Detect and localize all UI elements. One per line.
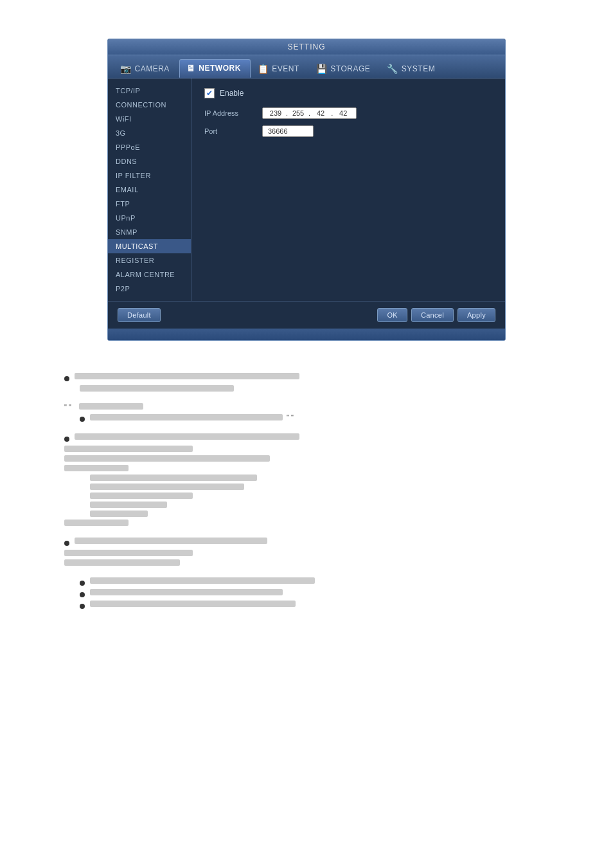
- sidebar-item-pppoe[interactable]: PPPoE: [108, 140, 191, 154]
- port-label: Port: [204, 127, 256, 135]
- desc-line-3c: [64, 559, 549, 566]
- apply-button[interactable]: Apply: [458, 308, 495, 322]
- bullet-4c: [80, 604, 85, 609]
- desc-sub-group: [90, 475, 549, 517]
- page-container: SETTING 📷 CAMERA 🖥 NETWORK 📋 EVENT 💾 STO…: [0, 0, 613, 646]
- sidebar-item-upnp[interactable]: UPnP: [108, 211, 191, 225]
- text-bar-2d: [64, 465, 129, 471]
- tab-camera-label: CAMERA: [135, 64, 170, 73]
- sidebar-item-ftp[interactable]: FTP: [108, 197, 191, 211]
- text-bar-4c: [90, 601, 296, 607]
- bullet-4a: [80, 581, 85, 586]
- text-bar-2e: [64, 520, 129, 526]
- desc-block-1: [64, 373, 549, 392]
- desc-line-2d: [64, 465, 549, 471]
- desc-line-3a: [64, 538, 549, 546]
- ip-seg-2[interactable]: 255: [289, 109, 307, 117]
- tab-system-label: SYSTEM: [402, 64, 435, 73]
- desc-block-2: [64, 433, 549, 526]
- ip-address-row: IP Address 239 . 255 . 42 . 42: [204, 107, 492, 119]
- quote-marks: " ": [64, 403, 71, 411]
- text-bar-3c: [64, 559, 180, 566]
- text-bar-sub1: [90, 475, 257, 481]
- ip-seg-1[interactable]: 239: [267, 109, 285, 117]
- desc-line-4c: [80, 601, 549, 609]
- text-bar-3a: [75, 538, 267, 544]
- text-bar-3b: [64, 550, 193, 556]
- text-bar-quote: [79, 403, 143, 410]
- sidebar-item-connection[interactable]: CONNECTION: [108, 98, 191, 112]
- sidebar-item-snmp[interactable]: SNMP: [108, 225, 191, 239]
- text-bar-1b: [80, 385, 234, 392]
- sidebar-item-email[interactable]: EMAIL: [108, 183, 191, 197]
- sidebar-item-3g[interactable]: 3G: [108, 126, 191, 140]
- sidebar-item-tcpip[interactable]: TCP/IP: [108, 84, 191, 98]
- cancel-button[interactable]: Cancel: [411, 308, 454, 322]
- ip-input-group[interactable]: 239 . 255 . 42 . 42: [262, 107, 357, 119]
- settings-footer: Default OK Cancel Apply: [108, 301, 505, 329]
- sidebar-menu: TCP/IP CONNECTION WiFI 3G PPPoE DDNS IP …: [108, 78, 191, 301]
- text-bar-2a: [75, 433, 299, 440]
- enable-checkbox[interactable]: ✔: [204, 88, 215, 98]
- ip-seg-3[interactable]: 42: [312, 109, 330, 117]
- ip-address-label: IP Address: [204, 109, 256, 117]
- tab-event-label: EVENT: [272, 64, 299, 73]
- tab-event[interactable]: 📋 EVENT: [251, 59, 309, 78]
- desc-line-1a: [64, 373, 549, 381]
- text-bar-sub5: [90, 511, 148, 517]
- desc-block-4: [64, 577, 549, 609]
- desc-line-3b: [64, 550, 549, 556]
- text-bar-4a: [90, 577, 315, 584]
- sidebar-item-alarmcentre[interactable]: ALARM CENTRE: [108, 267, 191, 282]
- desc-line-2b: [64, 446, 549, 452]
- tab-camera[interactable]: 📷 CAMERA: [113, 59, 179, 78]
- settings-dialog: SETTING 📷 CAMERA 🖥 NETWORK 📋 EVENT 💾 STO…: [107, 39, 506, 341]
- sidebar-item-ipfilter[interactable]: IP FILTER: [108, 168, 191, 183]
- bullet-1: [64, 376, 69, 381]
- enable-row: ✔ Enable: [204, 88, 492, 98]
- default-button[interactable]: Default: [118, 308, 161, 322]
- text-bar-1a: [75, 373, 299, 379]
- text-bar-2c: [64, 455, 270, 462]
- sidebar-item-wifi[interactable]: WiFI: [108, 112, 191, 126]
- bullet-2: [64, 437, 69, 442]
- desc-line-2e: [64, 520, 549, 526]
- storage-icon: 💾: [316, 64, 328, 74]
- desc-line-quote: " ": [64, 403, 549, 411]
- text-bar-2b: [64, 446, 193, 452]
- sidebar-item-multicast[interactable]: MULTICAST: [108, 239, 191, 253]
- settings-tabs: 📷 CAMERA 🖥 NETWORK 📋 EVENT 💾 STORAGE 🔧 S…: [108, 55, 505, 78]
- event-icon: 📋: [258, 64, 269, 74]
- sidebar-item-register[interactable]: REGISTER: [108, 253, 191, 267]
- port-row: Port 36666: [204, 125, 492, 137]
- text-bar-sub2: [90, 484, 244, 490]
- sidebar-item-ddns[interactable]: DDNS: [108, 154, 191, 168]
- sidebar-item-p2p[interactable]: P2P: [108, 282, 191, 296]
- desc-line-2c: [64, 455, 549, 462]
- desc-line-quote2: " ": [80, 413, 549, 422]
- port-input[interactable]: 36666: [262, 125, 314, 137]
- dialog-title: SETTING: [108, 39, 505, 55]
- description-section: " " " ": [0, 360, 613, 633]
- ok-button[interactable]: OK: [377, 308, 407, 322]
- network-icon: 🖥: [186, 63, 196, 73]
- footer-right: OK Cancel Apply: [377, 308, 495, 322]
- system-icon: 🔧: [387, 64, 398, 74]
- dialog-footer-bar: [108, 329, 505, 340]
- text-bar-quote2: [90, 414, 283, 420]
- tab-system[interactable]: 🔧 SYSTEM: [380, 59, 445, 78]
- settings-body: TCP/IP CONNECTION WiFI 3G PPPoE DDNS IP …: [108, 78, 505, 301]
- desc-line-2a: [64, 433, 549, 442]
- tab-network[interactable]: 🖥 NETWORK: [179, 59, 251, 78]
- desc-block-3: [64, 538, 549, 566]
- footer-left: Default: [118, 308, 161, 322]
- text-bar-4b: [90, 589, 283, 595]
- text-bar-sub4: [90, 502, 167, 508]
- tab-storage[interactable]: 💾 STORAGE: [309, 59, 380, 78]
- ip-seg-4[interactable]: 42: [334, 109, 352, 117]
- bullet-3: [64, 541, 69, 546]
- bullet-quote2: [80, 417, 85, 422]
- desc-block-quote: " " " ": [64, 403, 549, 422]
- enable-label: Enable: [220, 89, 244, 98]
- content-area: ✔ Enable IP Address 239 . 255 . 42 . 42: [191, 78, 505, 301]
